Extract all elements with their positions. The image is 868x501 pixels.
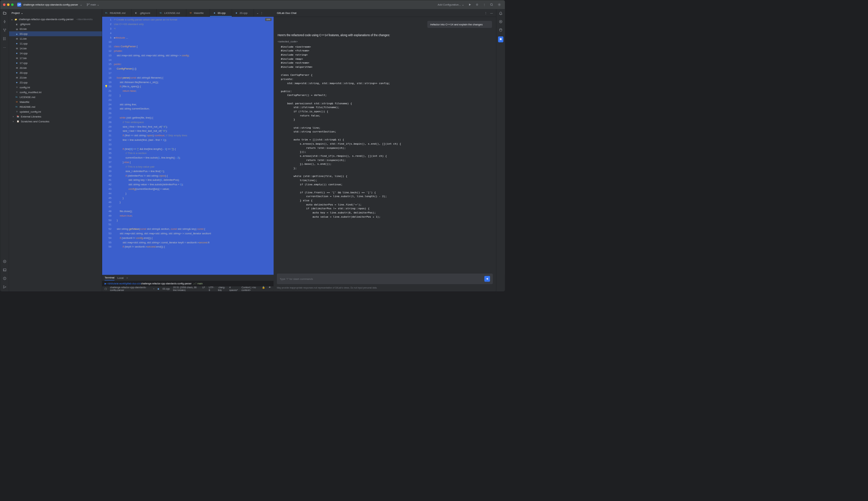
tree-item-Makefile[interactable]: MMakefile: [9, 99, 102, 104]
terminal-tab[interactable]: Terminal: [105, 275, 115, 281]
file-label: 14.cpp: [19, 52, 27, 55]
chat-disclaimer: May provide inappropriate responses not …: [273, 286, 496, 291]
project-tool-icon[interactable]: [2, 11, 7, 15]
tree-item-config-ini[interactable]: ⚙config.ini: [9, 85, 102, 90]
add-configuration-button[interactable]: Add Configuration... ⌄: [436, 2, 465, 8]
terminal-tool-icon[interactable]: [2, 268, 7, 272]
project-badge: CP: [17, 3, 21, 7]
tree-item-23-bin[interactable]: ▤23.bin: [9, 75, 102, 80]
lock-icon[interactable]: 🔓: [262, 286, 265, 292]
tree-item-20-cpp[interactable]: ◆20.cpp: [9, 70, 102, 75]
tree-scratches[interactable]: › 📋 Scratches and Consoles: [9, 119, 102, 124]
structure-tool-icon[interactable]: [2, 37, 7, 41]
run-button[interactable]: [467, 2, 472, 7]
tree-item-14-cpp[interactable]: ◆14.cpp: [9, 51, 102, 56]
more-button[interactable]: ⋮: [482, 2, 487, 8]
close-icon[interactable]: ×: [126, 276, 128, 280]
tree-external-libs[interactable]: › 📚 External Libraries: [9, 114, 102, 119]
file-label: 03.bin: [19, 27, 27, 31]
titlebar: CP challenge-refactor-cpp-standards-conf…: [0, 0, 505, 9]
tab-23-cpp[interactable]: ◆23.cpp×: [232, 9, 254, 17]
terminal-content[interactable]: ▶ ~/d/d/u/a/ai-workf/gitlab-duo-c/c/ cha…: [102, 281, 274, 286]
tree-item-03-cpp[interactable]: ◆03.cpp: [9, 31, 102, 36]
status-indent[interactable]: 4 spaces*: [229, 286, 238, 292]
tree-item-20-bin[interactable]: ▤20.bin: [9, 65, 102, 70]
breadcrumb-file[interactable]: 03.cpp: [163, 288, 170, 290]
tree-item-11-bin[interactable]: ▤11.bin: [9, 36, 102, 41]
status-lang[interactable]: .clang-tidy: [218, 286, 226, 292]
scratches-label: Scratches and Consoles: [21, 120, 49, 123]
file-label: Makefile: [19, 100, 29, 103]
tabs-more-icon[interactable]: ⋮: [260, 11, 263, 15]
status-separator[interactable]: LF: [202, 286, 205, 292]
close-icon[interactable]: [3, 3, 6, 6]
minimize-icon[interactable]: —: [490, 11, 493, 15]
bookmarks-tool-icon[interactable]: [2, 28, 7, 32]
status-encoding[interactable]: UTF-8: [209, 286, 214, 292]
minimize-icon[interactable]: [7, 3, 9, 6]
tab--gitignore[interactable]: ◐.gitignore×: [132, 9, 156, 17]
project-name[interactable]: challenge-refactor-cpp-standards-config-…: [23, 3, 78, 6]
notifications-icon[interactable]: [499, 11, 502, 16]
ini-icon: ⚙: [15, 86, 18, 89]
tab-03-cpp[interactable]: ◆03.cpp×: [210, 9, 232, 17]
status-position[interactable]: 20:31 (2958 chars, 86 line breaks): [173, 286, 199, 292]
tree-item--gitignore[interactable]: ◐.gitignore: [9, 22, 102, 26]
commit-tool-icon[interactable]: [2, 19, 7, 24]
editor-content[interactable]: /* Create a config parser which can pars…: [114, 17, 274, 275]
tree-item-config_modified-ini[interactable]: ⚙config_modified.ini: [9, 90, 102, 95]
tab-LICENSE-md[interactable]: M↓LICENSE.md×: [157, 9, 186, 17]
tree-item-LICENSE-md[interactable]: M↓LICENSE.md: [9, 95, 102, 99]
ini-icon: ⚙: [15, 90, 18, 94]
ai-assistant-icon[interactable]: [499, 20, 502, 24]
cpp-icon: ◆: [15, 32, 18, 35]
search-button[interactable]: [489, 2, 494, 7]
terminal-local-tab[interactable]: Local: [117, 276, 124, 280]
maximize-icon[interactable]: [11, 3, 14, 6]
debug-button[interactable]: [474, 2, 480, 7]
cpp-icon: ◆: [15, 51, 18, 55]
tree-item-17-cpp[interactable]: ◆17.cpp: [9, 60, 102, 65]
tab-README-md[interactable]: M↓README.md×: [102, 9, 132, 17]
tab-label: Makefile: [194, 11, 204, 15]
tabs-dropdown-icon[interactable]: ⌄: [256, 11, 259, 15]
tree-item-03-bin[interactable]: ▤03.bin: [9, 26, 102, 31]
chat-input-field[interactable]: [280, 277, 484, 281]
database-icon[interactable]: [499, 28, 502, 32]
terminal-tabs: Terminal Local ×: [102, 275, 274, 281]
status-context[interactable]: Context | <no context>: [241, 286, 259, 292]
tree-root[interactable]: ⌄ 📁 challenge-refactor-cpp-standards-con…: [9, 17, 102, 22]
terminal-path: ~/d/d/u/a/ai-workf/gitlab-duo-c/c/: [106, 282, 141, 285]
tree-item-updated_config-ini[interactable]: ⚙updated_config.ini: [9, 109, 102, 114]
chat-input[interactable]: [277, 274, 493, 284]
file-label: 20.cpp: [19, 71, 27, 74]
git-tool-icon[interactable]: [2, 285, 7, 289]
build-tool-icon[interactable]: [2, 259, 7, 264]
chevron-down-icon: ⌄: [97, 3, 99, 6]
svg-point-2: [499, 4, 500, 5]
file-label: 11.bin: [19, 37, 27, 40]
breadcrumb-project[interactable]: challenge-refactor-cpp-standards-config-…: [110, 286, 150, 292]
editor-tabs: M↓README.md×◐.gitignore×M↓LICENSE.md×MMa…: [102, 9, 274, 17]
tree-item-14-bin[interactable]: ▤14.bin: [9, 46, 102, 51]
sidebar-header[interactable]: Project ⌄: [9, 9, 102, 16]
tab-label: 23.cpp: [239, 11, 247, 15]
tab-Makefile[interactable]: MMakefile×: [186, 9, 210, 17]
tree-item-11-cpp[interactable]: ◆11.cpp: [9, 41, 102, 46]
more-icon[interactable]: ⋮: [484, 11, 487, 15]
send-icon: [486, 277, 489, 280]
settings-button[interactable]: [497, 2, 502, 7]
breadcrumb-icon: ▢: [105, 288, 107, 290]
vcs-branch[interactable]: main ⌄: [87, 3, 99, 6]
tree-item-17-bin[interactable]: ▤17.bin: [9, 56, 102, 60]
tree-item-23-cpp[interactable]: ◆23.cpp: [9, 80, 102, 85]
problems-tool-icon[interactable]: [2, 276, 7, 281]
gitlab-duo-icon[interactable]: [498, 37, 503, 42]
chevron-down-icon[interactable]: ⌄: [80, 3, 82, 6]
tree-item-README-md[interactable]: M↓README.md: [9, 104, 102, 109]
more-tools-icon[interactable]: ⋯: [2, 45, 7, 49]
md-icon: M↓: [105, 11, 108, 14]
reader-icon[interactable]: 👁: [269, 286, 271, 292]
code-editor[interactable]: OFF 1234510111213141516171819💡 202122232…: [102, 17, 274, 275]
send-button[interactable]: [484, 276, 490, 282]
